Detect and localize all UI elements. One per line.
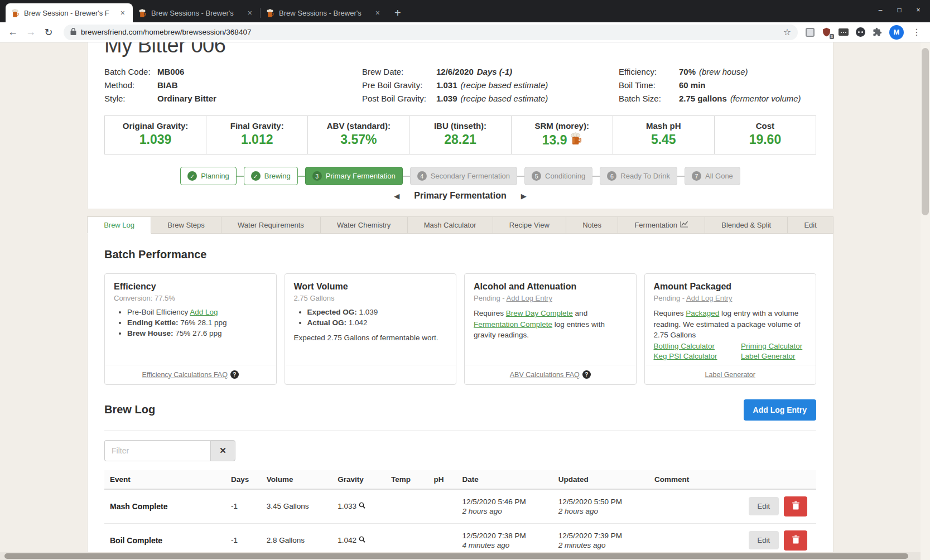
edit-button[interactable]: Edit bbox=[749, 497, 779, 515]
bullet-value: 75% 27.6 ppg bbox=[175, 329, 221, 337]
keg-psi-calculator-link[interactable]: Keg PSI Calculator bbox=[654, 352, 741, 360]
filter-clear-button[interactable]: ✕ bbox=[210, 440, 235, 461]
browser-tab-3[interactable]: Brew Sessions - Brewer's × bbox=[261, 3, 388, 22]
col-date: Date bbox=[457, 470, 553, 489]
bullet-label: Ending Kettle: bbox=[127, 318, 179, 327]
stage-planning[interactable]: ✓ Planning bbox=[180, 167, 237, 185]
stage-label: All Gone bbox=[705, 172, 733, 180]
tab-water-requirements[interactable]: Water Requirements bbox=[221, 216, 321, 233]
back-button[interactable]: ← bbox=[6, 26, 20, 38]
stage-secondary-fermentation[interactable]: 4 Secondary Fermentation bbox=[410, 167, 517, 185]
tab-water-chemistry[interactable]: Water Chemistry bbox=[321, 216, 408, 233]
packaging-links: Bottling Calculator Priming Calculator K… bbox=[654, 342, 807, 360]
add-log-entry-button[interactable]: Add Log Entry bbox=[744, 399, 816, 421]
card-title: Efficiency bbox=[114, 282, 267, 292]
stage-primary-fermentation[interactable]: 3 Primary Fermentation bbox=[305, 167, 403, 185]
add-log-entry-link[interactable]: Add Log Entry bbox=[507, 294, 552, 302]
bottling-calculator-link[interactable]: Bottling Calculator bbox=[654, 342, 741, 350]
stat-value: 13.9 bbox=[542, 133, 567, 148]
horizontal-scrollbar[interactable] bbox=[0, 552, 921, 560]
info-note: (recipe based estimate) bbox=[461, 80, 548, 90]
date-value: 12/5/2020 7:38 PM bbox=[462, 532, 547, 540]
next-stage-arrow[interactable]: ▶ bbox=[521, 192, 527, 200]
browser-menu-icon[interactable]: ⋮ bbox=[911, 27, 922, 37]
close-tab-icon[interactable]: × bbox=[118, 8, 127, 17]
stage-brewing[interactable]: ✓ Brewing bbox=[244, 167, 298, 185]
add-log-entry-link[interactable]: Add Log Entry bbox=[686, 294, 732, 302]
bookmark-star-icon[interactable]: ☆ bbox=[783, 27, 791, 37]
delete-button[interactable] bbox=[784, 530, 807, 551]
beer-favicon-icon bbox=[266, 9, 274, 17]
horizontal-scrollbar-thumb[interactable] bbox=[4, 553, 908, 559]
tab-fermentation[interactable]: Fermentation bbox=[618, 216, 705, 233]
extensions-puzzle-icon[interactable] bbox=[873, 27, 882, 37]
efficiency-faq-link[interactable]: Efficiency Calculations FAQ bbox=[142, 371, 228, 379]
tab-label: Fermentation bbox=[634, 221, 677, 229]
close-window-button[interactable]: × bbox=[910, 3, 927, 17]
batch-performance-heading: Batch Performance bbox=[104, 248, 816, 261]
tab-brew-steps[interactable]: Brew Steps bbox=[151, 216, 221, 233]
wort-volume-card: Wort Volume 2.75 Gallons Expected OG: 1.… bbox=[285, 273, 457, 385]
stat-value: 1.039 bbox=[107, 132, 204, 147]
tab-brew-log[interactable]: Brew Log bbox=[87, 216, 151, 234]
fermentation-complete-link[interactable]: Fermentation Complete bbox=[474, 320, 552, 329]
delete-button[interactable] bbox=[784, 496, 807, 516]
address-bar[interactable]: brewersfriend.com/homebrew/brewsession/3… bbox=[64, 25, 798, 40]
stage-conditioning[interactable]: 5 Conditioning bbox=[524, 167, 592, 185]
maximize-button[interactable]: □ bbox=[891, 3, 908, 17]
brew-day-complete-link[interactable]: Brew Day Complete bbox=[506, 309, 573, 317]
brew-log-header: Brew Log Add Log Entry bbox=[104, 399, 816, 421]
tab-edit[interactable]: Edit bbox=[788, 216, 833, 233]
priming-calculator-link[interactable]: Priming Calculator bbox=[741, 342, 807, 350]
prev-stage-arrow[interactable]: ◀ bbox=[394, 192, 399, 200]
magnifier-icon[interactable] bbox=[359, 536, 365, 544]
stat-srm: SRM (morey): 13.9 bbox=[512, 116, 613, 154]
stage-ready-to-drink[interactable]: 6 Ready To Drink bbox=[600, 167, 677, 185]
card-note: Expected 2.75 Gallons of fermentable wor… bbox=[294, 332, 447, 344]
vertical-scrollbar-thumb[interactable] bbox=[922, 48, 929, 215]
tab-label: Edit bbox=[804, 221, 816, 229]
filter-input[interactable] bbox=[104, 440, 210, 461]
pending-label: Pending - bbox=[654, 294, 685, 302]
info-label: Boil Time: bbox=[619, 80, 679, 90]
extension-keyboard-icon[interactable] bbox=[839, 28, 849, 36]
stat-label: Final Gravity: bbox=[209, 121, 305, 131]
browser-tab-2[interactable]: Brew Sessions - Brewer's × bbox=[133, 3, 260, 22]
close-tab-icon[interactable]: × bbox=[245, 8, 254, 17]
updated-value: 12/5/2020 7:39 PM bbox=[558, 532, 643, 540]
abv-faq-link[interactable]: ABV Calculations FAQ bbox=[510, 371, 580, 379]
extension-ublock-icon[interactable]: 3 bbox=[822, 27, 831, 37]
label-generator-footer-link[interactable]: Label Generator bbox=[705, 371, 755, 379]
label-generator-link[interactable]: Label Generator bbox=[741, 352, 807, 360]
forward-button[interactable]: → bbox=[23, 26, 38, 38]
vertical-scrollbar[interactable] bbox=[921, 42, 930, 560]
tab-blended-split[interactable]: Blended & Split bbox=[705, 216, 788, 233]
packaged-link[interactable]: Packaged bbox=[686, 309, 719, 317]
stage-number-badge: 3 bbox=[312, 171, 322, 181]
new-tab-button[interactable]: + bbox=[394, 8, 401, 18]
add-log-link[interactable]: Add Log bbox=[190, 308, 218, 316]
lock-icon bbox=[70, 27, 76, 37]
session-tabs: Brew Log Brew Steps Water Requirements W… bbox=[87, 216, 833, 234]
tab-recipe-view[interactable]: Recipe View bbox=[493, 216, 566, 233]
close-tab-icon[interactable]: × bbox=[373, 8, 382, 17]
magnifier-icon[interactable] bbox=[359, 502, 365, 510]
minimize-button[interactable]: – bbox=[872, 3, 889, 17]
edit-button[interactable]: Edit bbox=[749, 531, 779, 549]
question-icon[interactable]: ? bbox=[582, 370, 591, 379]
browser-titlebar: Brew Session - Brewer's F × Brew Session… bbox=[0, 0, 930, 22]
question-icon[interactable]: ? bbox=[230, 370, 239, 379]
extension-bot-icon[interactable] bbox=[856, 27, 865, 37]
extension-box-icon[interactable] bbox=[806, 28, 815, 37]
card-subtitle: Conversion: 77.5% bbox=[114, 294, 267, 302]
info-label: Pre Boil Gravity: bbox=[362, 80, 436, 90]
stage-number-badge: 4 bbox=[417, 171, 427, 181]
stage-all-gone[interactable]: 7 All Gone bbox=[685, 167, 740, 185]
tab-mash-calculator[interactable]: Mash Calculator bbox=[408, 216, 493, 233]
reload-button[interactable]: ↻ bbox=[41, 26, 56, 38]
updated-value: 12/5/2020 5:50 PM bbox=[558, 498, 643, 506]
browser-tab-active[interactable]: Brew Session - Brewer's F × bbox=[6, 3, 133, 22]
tab-notes[interactable]: Notes bbox=[566, 216, 618, 233]
profile-avatar[interactable]: M bbox=[889, 25, 904, 40]
page-title: My Bitter 006 bbox=[104, 42, 816, 57]
